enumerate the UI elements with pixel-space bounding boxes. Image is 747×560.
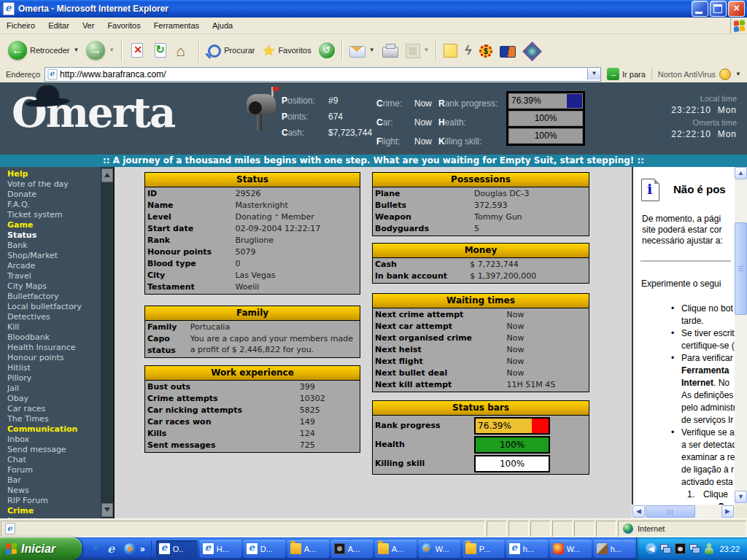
edit-button[interactable]: ▼: [402, 40, 433, 61]
mail-button[interactable]: ▼: [346, 41, 379, 60]
menu-ajuda[interactable]: Ajuda: [206, 18, 239, 34]
sidebar-item-health-insurance[interactable]: Health Insurance: [7, 343, 101, 353]
forward-button[interactable]: → ▼: [82, 39, 118, 62]
norton-antivirus-toolbar[interactable]: Norton AntiVirus ▼: [651, 69, 747, 80]
sidebar-item-help[interactable]: Help: [7, 169, 101, 179]
scroll-up-icon[interactable]: [101, 168, 113, 182]
stop-button[interactable]: ✕: [128, 41, 146, 60]
sidebar-item-city-maps[interactable]: City Maps: [7, 281, 101, 292]
sidebar-item-inbox[interactable]: Inbox: [7, 435, 101, 445]
sidebar-item-car-races[interactable]: Car races: [7, 404, 101, 414]
sidebar-item-send-message[interactable]: Send message: [7, 445, 101, 455]
sidebar-item-donate[interactable]: Donate: [7, 190, 101, 200]
back-button[interactable]: ← Retroceder ▼: [4, 39, 82, 62]
sidebar-item-hitlist[interactable]: Hitlist: [7, 363, 101, 373]
sidebar-item-f-a-q[interactable]: F.A.Q.: [7, 200, 101, 210]
mail-dropdown-icon[interactable]: ▼: [369, 47, 375, 53]
sidebar-item-bank[interactable]: Bank: [7, 241, 101, 251]
sidebar-item-crime[interactable]: Crime: [7, 506, 101, 516]
mailbox-icon[interactable]: [247, 90, 280, 133]
sidebar-item-status[interactable]: Status: [7, 230, 101, 241]
taskbar-button-h[interactable]: H...: [200, 540, 241, 558]
sidebar-item-travel[interactable]: Travel: [7, 271, 101, 281]
address-dropdown-icon[interactable]: ▼: [587, 68, 600, 79]
sidebar-item-communication[interactable]: Communication: [7, 424, 101, 435]
messenger-icon[interactable]: [704, 543, 714, 554]
minimize-button[interactable]: [692, 1, 708, 17]
back-dropdown-icon[interactable]: ▼: [73, 47, 79, 53]
sidebar-item-bar[interactable]: Bar: [7, 475, 101, 486]
sidebar-item-vote-of-the-day[interactable]: Vote of the day: [7, 179, 101, 190]
sidebar-item-local-bulletfactory[interactable]: Local bulletfactory: [7, 302, 101, 312]
taskbar-button-w[interactable]: W...: [419, 540, 460, 558]
sidebar-item-jail[interactable]: Jail: [7, 384, 101, 394]
taskbar-button-d[interactable]: D...: [244, 540, 285, 558]
home-button[interactable]: ⌂: [175, 41, 193, 60]
forward-dropdown-icon[interactable]: ▼: [109, 47, 115, 53]
quick-launch-ie-icon[interactable]: [90, 542, 103, 555]
search-button[interactable]: Procurar: [203, 41, 258, 60]
menu-editar[interactable]: Editar: [42, 18, 76, 34]
menu-ver[interactable]: Ver: [76, 18, 101, 34]
start-button[interactable]: Iniciar: [0, 537, 82, 560]
sidebar-item-bulletfactory[interactable]: Bulletfactory: [7, 292, 101, 302]
messenger-button[interactable]: ϟ: [461, 40, 476, 61]
taskbar-button-a[interactable]: A...: [375, 540, 417, 558]
scroll-right-icon[interactable]: ▶: [721, 505, 734, 518]
taskbar-button-w[interactable]: W...: [550, 540, 592, 558]
restore-button[interactable]: [710, 1, 727, 17]
poker-plugin-button[interactable]: $: [476, 41, 496, 60]
sidebar-item-kill[interactable]: Kill: [7, 322, 101, 332]
scroll-down-icon[interactable]: ▼: [735, 491, 747, 503]
address-input[interactable]: http://www.barafranca.com/ ▼: [44, 67, 601, 82]
sidebar-item-arcade[interactable]: Arcade: [7, 261, 101, 271]
sidebar-item-news[interactable]: News: [7, 486, 101, 496]
network-icon[interactable]: [689, 544, 700, 553]
app-tray-icon[interactable]: [675, 543, 686, 554]
sidebar-item-game[interactable]: Game: [7, 220, 101, 230]
right-frame-vertical-scrollbar[interactable]: ▲ ▼: [735, 167, 747, 505]
go-button[interactable]: → Ir para: [601, 68, 651, 80]
refresh-button[interactable]: ↻: [152, 41, 169, 60]
close-button[interactable]: ×: [728, 1, 745, 17]
favorites-button[interactable]: ★ Favoritos: [258, 39, 314, 61]
sidebar-item-ticket-system[interactable]: Ticket system: [7, 210, 101, 220]
taskbar-button-p[interactable]: P...: [462, 540, 504, 558]
norton-dropdown-icon[interactable]: ▼: [735, 71, 741, 77]
sidebar-item-detectives[interactable]: Detectives: [7, 312, 101, 322]
scroll-down-icon[interactable]: [101, 503, 113, 517]
quick-launch-media-player-icon[interactable]: [124, 543, 136, 555]
taskbar-button-a[interactable]: A...: [287, 540, 329, 558]
sidebar-item-forum[interactable]: Forum: [7, 465, 101, 475]
right-frame-horizontal-scrollbar[interactable]: ◀ ▶: [632, 505, 735, 518]
sidebar-item-the-times[interactable]: The Times: [7, 414, 101, 424]
sidebar-item-obay[interactable]: Obay: [7, 394, 101, 404]
scroll-left-icon[interactable]: ◀: [632, 505, 645, 518]
sidebar-item-pillory[interactable]: Pillory: [7, 373, 101, 384]
payment-plugin-button[interactable]: [496, 40, 519, 60]
menu-ficheiro[interactable]: Ficheiro: [0, 18, 42, 34]
discuss-button[interactable]: [440, 40, 461, 60]
sidebar-item-chat[interactable]: Chat: [7, 455, 101, 465]
sidebar-item-honour-points[interactable]: Honour points: [7, 353, 101, 363]
history-button[interactable]: ↺: [315, 40, 338, 61]
taskbar-button-o[interactable]: O..: [156, 540, 198, 558]
menu-ferramentas[interactable]: Ferramentas: [147, 18, 206, 34]
edit-dropdown-icon[interactable]: ▼: [424, 47, 430, 53]
quick-launch-internet-icon[interactable]: e: [107, 542, 120, 555]
scroll-thumb[interactable]: [646, 505, 695, 518]
network-icon[interactable]: [660, 544, 671, 553]
scroll-up-icon[interactable]: ▲: [735, 167, 747, 179]
taskbar-button-h[interactable]: h...: [506, 540, 548, 558]
print-button[interactable]: [379, 40, 402, 60]
quick-launch-overflow-chevron[interactable]: »: [140, 544, 145, 554]
sidebar-item-shop-market[interactable]: Shop/Market: [7, 251, 101, 261]
sidebar-item-rip-forum[interactable]: RIP Forum: [7, 496, 101, 506]
scroll-thumb[interactable]: [735, 222, 747, 315]
sidebar-item-bloodbank[interactable]: Bloodbank: [7, 332, 101, 343]
taskbar-button-a[interactable]: A...: [331, 540, 373, 558]
tray-collapse-chevron-icon[interactable]: ◀: [646, 543, 657, 554]
sidebar-scrollbar[interactable]: [101, 167, 115, 518]
taskbar-button-h[interactable]: h...: [594, 540, 635, 558]
menu-favoritos[interactable]: Favoritos: [101, 18, 147, 34]
